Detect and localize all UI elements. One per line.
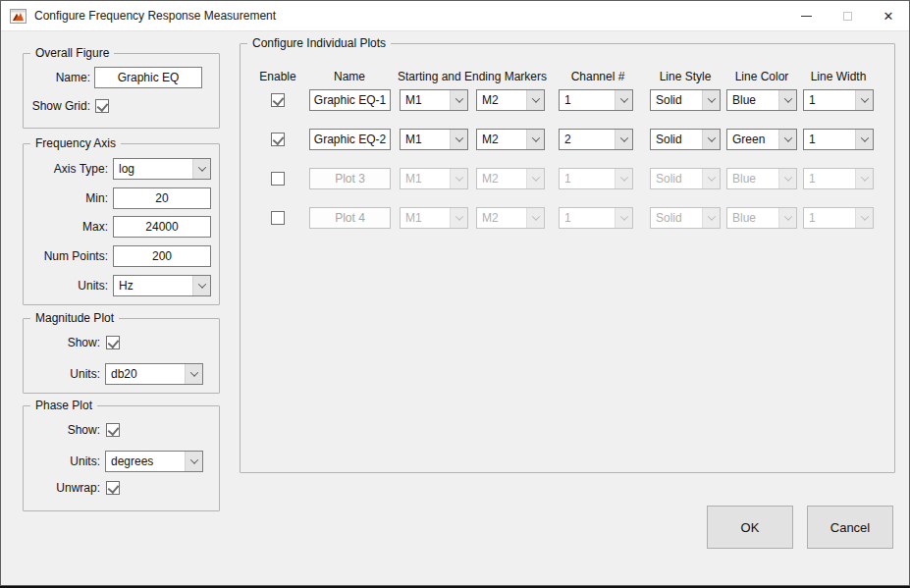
plot4-channel-select: 1: [559, 207, 633, 229]
phase-show-checkbox[interactable]: [106, 423, 120, 437]
plot3-line-width-select: 1: [803, 168, 874, 189]
magnitude-show-label: Show:: [24, 336, 100, 349]
unwrap-label: Unwrap:: [24, 481, 100, 495]
chevron-down-icon: [526, 169, 544, 188]
plot3-name-input: [309, 168, 391, 189]
cancel-button[interactable]: Cancel: [807, 506, 893, 549]
plot4-marker-end-select: M2: [476, 207, 545, 229]
chevron-down-icon: [855, 90, 873, 110]
plot3-line-style-select: Solid: [650, 168, 721, 189]
chevron-down-icon: [185, 364, 202, 384]
window-title: Configure Frequency Response Measurement: [34, 9, 276, 23]
plot2-marker-end-select[interactable]: M2: [476, 129, 545, 150]
num-points-label: Num Points:: [24, 249, 108, 263]
plot1-channel-select[interactable]: 1: [559, 89, 633, 111]
chevron-down-icon: [702, 208, 720, 228]
header-line-color: Line Color: [735, 70, 789, 83]
plot2-line-style-select[interactable]: Solid: [650, 129, 721, 150]
chevron-down-icon: [615, 169, 632, 188]
frequency-axis-panel: Frequency Axis Axis Type: log Min: Max: …: [23, 143, 220, 305]
magnitude-show-checkbox[interactable]: [106, 336, 120, 349]
close-button[interactable]: ✕: [868, 1, 909, 31]
dialog-window: Configure Frequency Response Measurement…: [0, 0, 910, 586]
frequency-axis-title: Frequency Axis: [30, 136, 121, 150]
chevron-down-icon: [450, 130, 467, 149]
header-name: Name: [334, 70, 365, 83]
plot4-enable-checkbox[interactable]: [271, 211, 285, 225]
chevron-down-icon: [450, 169, 467, 188]
close-icon: ✕: [883, 10, 894, 23]
plot3-channel-select: 1: [559, 168, 633, 189]
plot4-line-color-select: Blue: [726, 207, 797, 229]
plot1-line-width-select[interactable]: 1: [803, 89, 874, 111]
plot2-line-width-select[interactable]: 1: [803, 129, 874, 150]
header-line-style: Line Style: [660, 70, 712, 83]
plot1-marker-start-select[interactable]: M1: [400, 89, 468, 111]
plot2-line-color-select[interactable]: Green: [726, 129, 797, 150]
phase-plot-panel: Phase Plot Show: Units: degrees Unwrap:: [23, 405, 220, 511]
chevron-down-icon: [778, 208, 796, 228]
phase-plot-title: Phase Plot: [30, 399, 97, 412]
axis-type-label: Axis Type:: [24, 162, 108, 176]
axis-type-select[interactable]: log: [113, 158, 211, 180]
show-grid-checkbox[interactable]: [95, 99, 109, 113]
chevron-down-icon: [855, 208, 873, 228]
plot1-marker-end-select[interactable]: M2: [476, 89, 545, 111]
plot3-marker-end-select: M2: [476, 168, 545, 189]
minimize-icon: [801, 16, 812, 17]
plot2-enable-checkbox[interactable]: [271, 133, 285, 146]
num-points-input[interactable]: [113, 245, 211, 267]
plot1-line-style-select[interactable]: Solid: [650, 89, 721, 111]
phase-units-select[interactable]: degrees: [105, 451, 203, 472]
chevron-down-icon: [778, 130, 796, 149]
ok-button[interactable]: OK: [707, 506, 793, 549]
chevron-down-icon: [450, 208, 467, 228]
min-label: Min:: [24, 191, 108, 205]
plot2-name-input[interactable]: [309, 129, 391, 150]
chevron-down-icon: [526, 208, 544, 228]
chevron-down-icon: [778, 169, 796, 188]
chevron-down-icon: [702, 90, 720, 110]
unwrap-checkbox[interactable]: [106, 481, 120, 495]
magnitude-units-label: Units:: [24, 367, 100, 381]
matlab-app-icon: [10, 9, 27, 24]
plot3-marker-start-select: M1: [400, 168, 468, 189]
header-line-width: Line Width: [811, 70, 867, 83]
chevron-down-icon: [615, 130, 632, 149]
figure-name-input[interactable]: [94, 67, 202, 88]
phase-show-label: Show:: [24, 423, 100, 437]
plot2-marker-start-select[interactable]: M1: [400, 129, 468, 150]
plot3-line-color-select: Blue: [726, 168, 797, 189]
chevron-down-icon: [192, 159, 210, 179]
maximize-button[interactable]: [827, 1, 868, 31]
maximize-icon: [843, 12, 852, 21]
plot1-name-input[interactable]: [309, 89, 391, 111]
overall-figure-panel: Overall Figure Name: Show Grid:: [23, 53, 220, 129]
plot1-line-color-select[interactable]: Blue: [726, 89, 797, 111]
plot1-enable-checkbox[interactable]: [271, 93, 285, 107]
chevron-down-icon: [855, 169, 873, 188]
individual-plots-title: Configure Individual Plots: [247, 36, 391, 50]
freq-units-select[interactable]: Hz: [113, 275, 211, 296]
plot3-enable-checkbox[interactable]: [271, 172, 285, 186]
phase-units-label: Units:: [24, 454, 100, 468]
chevron-down-icon: [526, 90, 544, 110]
title-bar[interactable]: Configure Frequency Response Measurement…: [1, 1, 909, 31]
individual-plots-panel: Configure Individual Plots Enable Name S…: [240, 43, 895, 473]
max-input[interactable]: [113, 216, 211, 238]
chevron-down-icon: [778, 90, 796, 110]
chevron-down-icon: [702, 169, 720, 188]
chevron-down-icon: [526, 130, 544, 149]
plot2-channel-select[interactable]: 2: [559, 129, 633, 150]
header-channel: Channel #: [571, 70, 625, 83]
magnitude-plot-panel: Magnitude Plot Show: Units: db20: [23, 318, 220, 394]
header-markers: Starting and Ending Markers: [398, 70, 547, 83]
plot4-name-input: [309, 207, 391, 229]
chevron-down-icon: [615, 90, 632, 110]
min-input[interactable]: [113, 187, 211, 209]
magnitude-units-select[interactable]: db20: [105, 363, 203, 385]
chevron-down-icon: [450, 90, 467, 110]
minimize-button[interactable]: [785, 1, 827, 31]
freq-units-label: Units:: [24, 279, 108, 293]
chevron-down-icon: [702, 130, 720, 149]
